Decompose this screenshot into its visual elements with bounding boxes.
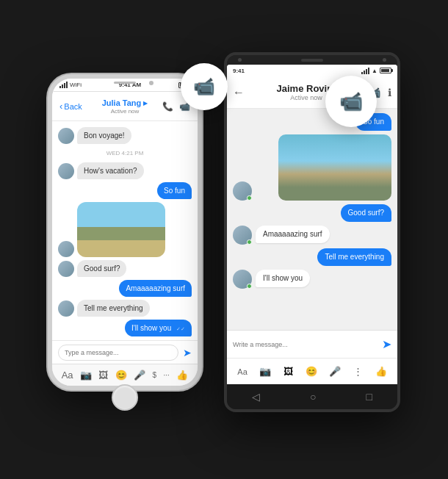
message-text: Good surf? xyxy=(84,264,120,273)
avatar xyxy=(233,226,252,245)
contact-status: Active now xyxy=(102,108,148,115)
home-button[interactable] xyxy=(112,384,138,411)
android-like-icon[interactable]: 👍 xyxy=(375,366,387,377)
message-bubble: Good surf? xyxy=(77,260,126,277)
signal-bar-4 xyxy=(368,68,369,74)
message-bubble: I'll show you xyxy=(256,270,310,287)
message-bubble: I'll show you ✓✓ xyxy=(125,320,192,336)
android-text-format-icon[interactable]: Aa xyxy=(237,367,247,376)
photo-message[interactable] xyxy=(77,202,165,257)
message-text: I'll show you xyxy=(263,274,303,282)
android-message-input[interactable] xyxy=(233,335,377,354)
android-toolbar: Aa 📷 🖼 😊 🎤 ⋮ 👍 xyxy=(227,358,397,384)
avatar xyxy=(58,163,74,179)
android-video-call-popup[interactable]: 📹 xyxy=(325,76,377,127)
iphone-body: WiFi 9:41 AM ‹ Back Julia Tang ▸ Active … xyxy=(48,74,202,390)
android-recents-nav[interactable]: □ xyxy=(366,391,372,403)
phone-icon[interactable]: 📞 xyxy=(162,101,173,112)
signal-bar-2 xyxy=(364,71,365,74)
sent-checkmark: ✓✓ xyxy=(176,326,185,331)
message-row: Amaaaaazing surf xyxy=(233,226,391,245)
avatar-image xyxy=(58,300,74,317)
iphone-device: WiFi 9:41 AM ‹ Back Julia Tang ▸ Active … xyxy=(48,74,202,390)
message-row: Good surf? xyxy=(58,260,192,277)
message-bubble: Amaaaaazing surf xyxy=(256,226,330,243)
android-status-bar: 9:41 ▲ xyxy=(227,65,397,76)
back-button[interactable]: ‹ Back xyxy=(59,101,82,112)
avatar xyxy=(58,241,74,257)
video-popup-icon: 📹 xyxy=(193,76,215,97)
back-label: Back xyxy=(64,102,82,111)
message-row: I'll show you ✓✓ xyxy=(58,320,192,336)
android-send-icon[interactable]: ➤ xyxy=(382,337,391,351)
message-text: So fun xyxy=(164,187,185,195)
message-text: Tell me everything xyxy=(84,304,143,312)
message-bubble: Good surf? xyxy=(341,204,391,222)
android-photo-icon[interactable]: 🖼 xyxy=(283,366,293,377)
wifi-label: WiFi xyxy=(70,82,82,88)
android-info-icon[interactable]: ℹ xyxy=(388,87,391,98)
android-device: 9:41 ▲ ← Jaime xyxy=(224,52,400,412)
message-row: I'll show you xyxy=(233,270,391,289)
android-home-nav[interactable]: ○ xyxy=(310,391,316,403)
android-mic-icon[interactable]: 🎤 xyxy=(329,366,341,377)
message-bubble: So fun xyxy=(157,182,192,199)
online-indicator xyxy=(247,195,252,201)
signal-bar-1 xyxy=(361,72,363,74)
iphone-header: ‹ Back Julia Tang ▸ Active now 📞 📹 xyxy=(52,92,198,121)
android-signal xyxy=(361,68,369,74)
avatar-image xyxy=(58,128,74,144)
video-call-popup[interactable]: 📹 xyxy=(181,63,228,110)
contact-name[interactable]: Julia Tang ▸ xyxy=(102,98,148,108)
message-text: Amaaaaazing surf xyxy=(126,284,185,292)
android-nav-bar: ◁ ○ □ xyxy=(227,384,397,409)
payment-icon[interactable]: $ xyxy=(153,371,157,379)
avatar-image xyxy=(58,241,74,257)
message-text: I'll show you xyxy=(131,324,171,332)
message-row: Amaaaaazing surf xyxy=(58,280,192,297)
photo-message[interactable] xyxy=(278,134,391,201)
android-video-popup-icon: 📹 xyxy=(339,90,363,113)
android-camera-bar xyxy=(227,55,397,65)
message-text: Amaaaaazing surf xyxy=(263,230,322,238)
android-chat-area: So fun Good surf? xyxy=(227,109,397,330)
iphone-toolbar: Aa 📷 🖼 😊 🎤 $ ··· 👍 xyxy=(52,364,198,386)
message-bubble: Bon voyage! xyxy=(77,127,131,144)
message-row: Tell me everything xyxy=(58,300,192,317)
android-back-nav[interactable]: ◁ xyxy=(252,391,260,403)
avatar xyxy=(58,128,74,144)
mic-icon[interactable]: 🎤 xyxy=(134,370,145,381)
android-time: 9:41 xyxy=(233,68,245,74)
android-camera-icon[interactable]: 📷 xyxy=(259,366,271,377)
camera-icon[interactable]: 📷 xyxy=(80,370,92,381)
message-input[interactable] xyxy=(58,345,178,361)
android-sensor xyxy=(383,58,386,62)
android-back-button[interactable]: ← xyxy=(233,86,245,99)
signal-bar-3 xyxy=(366,69,367,74)
android-emoji-icon[interactable]: 😊 xyxy=(306,366,317,377)
android-more-icon[interactable]: ⋮ xyxy=(353,366,363,377)
message-row: How's vacation? xyxy=(58,162,192,179)
signal-bar-2 xyxy=(62,84,63,88)
text-format-icon[interactable]: Aa xyxy=(62,370,73,381)
battery-fill xyxy=(381,69,389,73)
message-row: Bon voyage! xyxy=(58,127,192,144)
signal-bar-3 xyxy=(64,83,65,88)
android-front-camera xyxy=(238,58,242,62)
avatar xyxy=(233,181,252,201)
status-left: WiFi xyxy=(59,82,82,88)
timestamp: WED 4:21 PM xyxy=(58,150,192,156)
avatar-image xyxy=(58,163,74,179)
avatar xyxy=(58,261,74,277)
more-icon[interactable]: ··· xyxy=(164,371,170,379)
android-battery xyxy=(380,68,391,73)
message-row: Tell me everything xyxy=(233,248,391,266)
iphone-header-center: Julia Tang ▸ Active now xyxy=(102,98,148,115)
emoji-icon[interactable]: 😊 xyxy=(115,370,127,381)
like-icon[interactable]: 👍 xyxy=(176,370,188,381)
message-row xyxy=(233,134,391,201)
message-text: Good surf? xyxy=(348,209,384,217)
message-bubble: Tell me everything xyxy=(77,300,150,317)
send-icon[interactable]: ➤ xyxy=(183,347,192,359)
photo-icon[interactable]: 🖼 xyxy=(98,370,108,381)
